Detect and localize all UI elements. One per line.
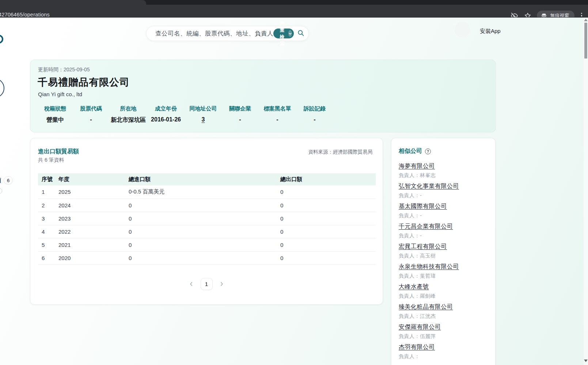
similar-company-link[interactable]: 海夢有限公司 [399, 161, 435, 171]
stat-value-link[interactable]: 3 [202, 116, 205, 123]
scrollbar-up-icon[interactable] [584, 19, 588, 21]
table-cell: 0 [277, 251, 376, 264]
next-page-icon[interactable] [218, 280, 226, 288]
search-icon[interactable] [297, 29, 304, 38]
company-owner: 負責人：- [399, 231, 488, 240]
list-item: 杰羽有限公司負責人： [399, 342, 488, 362]
list-item: 永泉生物科技有限公司負責人：葉哲瑋 [399, 262, 488, 282]
data-source: 資料來源：經濟部國際貿易局 [308, 149, 373, 155]
column-header: 序號 [38, 173, 55, 185]
scrollbar-down-icon[interactable] [584, 360, 588, 362]
stat-value: 新北市深坑區 [111, 116, 146, 124]
pagination: 1 [30, 278, 383, 290]
count-badge: 6 [4, 176, 13, 184]
stat-label: 股票代碼 [80, 105, 102, 112]
screen: 42706465/operations 無 [0, 0, 588, 365]
company-name-english: Qian Yi gift co., ltd [38, 91, 82, 97]
column-header: 年度 [55, 173, 125, 185]
list-item: 安傑羅有限公司負責人：伍麗萍 [399, 322, 488, 342]
table-cell: 0 [125, 251, 277, 264]
table-cell: 0 [277, 212, 376, 225]
help-icon[interactable]: ? [425, 148, 431, 154]
table-cell: 3 [38, 212, 55, 225]
trade-record-count: 共 6 筆資料 [38, 157, 64, 163]
industry-search-label: 產業檢索 [278, 20, 287, 47]
industry-search-button[interactable]: 產業檢索 [273, 29, 294, 38]
table-row: 4202200 [38, 225, 376, 238]
trade-title: 進出口額貿易額 [38, 148, 79, 155]
list-item: 臻美化粧品有限公司負責人：江洸杰 [399, 302, 488, 322]
similar-company-link[interactable]: 臻美化粧品有限公司 [399, 302, 453, 312]
table-cell: 0-0.5 百萬美元 [125, 185, 277, 199]
similar-company-link[interactable]: 千元昌企業有限公司 [399, 222, 453, 231]
company-owner: 負責人：伍麗萍 [399, 332, 488, 341]
similar-company-link[interactable]: 宏晁工程有限公司 [399, 242, 447, 251]
stat-value: 營業中 [46, 116, 64, 124]
list-item: 海夢有限公司負責人：林峯志 [399, 161, 488, 181]
left-nav-fragment-2 [0, 188, 2, 194]
stat-value: - [314, 116, 315, 123]
browser-toolbar: 42706465/operations 無 [0, 5, 588, 17]
company-owner: 負責人： [399, 352, 488, 361]
prev-page-icon[interactable] [187, 280, 196, 288]
chevron-down-icon [288, 30, 292, 37]
decorative-circle-partial [0, 78, 4, 98]
stat-label: 標案黑名單 [264, 105, 291, 112]
table-cell: 4 [38, 225, 55, 238]
company-summary-card: 更新時間：2025-09-05 千易禮贈品有限公司 Qian Yi gift c… [30, 60, 496, 132]
table-cell: 0 [277, 225, 376, 238]
table-row: 6202000 [38, 251, 376, 264]
search-placeholder: 查公司名、統編、股票代碼、地址、負責人 [155, 30, 273, 38]
stat-column: 標案黑名單- [258, 105, 296, 124]
table-cell: 0 [125, 225, 277, 238]
search-input[interactable]: 查公司名、統編、股票代碼、地址、負責人 產業檢索 [146, 26, 309, 41]
stat-column: 股票代碼- [73, 105, 109, 124]
table-header-row: 序號年度總進口額總出口額 [38, 173, 376, 185]
list-item: 宏晁工程有限公司負責人：高玉樹 [399, 242, 488, 262]
page-number-button[interactable]: 1 [201, 278, 213, 290]
similar-company-link[interactable]: 杰羽有限公司 [399, 342, 435, 352]
stat-label: 所在地 [120, 105, 137, 112]
table-cell: 2021 [55, 238, 125, 251]
left-nav-fragment: 額 6 [0, 176, 13, 184]
similar-company-link[interactable]: 安傑羅有限公司 [399, 322, 441, 332]
list-item: 千元昌企業有限公司負責人：- [399, 222, 488, 242]
similar-company-link[interactable]: 弘智文化事業有限公司 [399, 181, 459, 191]
table-cell: 1 [38, 185, 55, 199]
similar-company-link[interactable]: 大峰水產號 [399, 282, 429, 291]
updated-time: 更新時間：2025-09-05 [38, 67, 90, 73]
stat-label: 關聯企業 [229, 105, 251, 112]
stat-label: 訴訟記錄 [304, 105, 326, 112]
company-owner: 負責人：- [399, 191, 488, 200]
company-owner: 負責人：高玉樹 [399, 251, 488, 260]
table-cell: 5 [38, 238, 55, 251]
site-logo-partial [0, 35, 3, 44]
table-cell: 2025 [55, 185, 125, 199]
stat-column: 訴訟記錄- [296, 105, 333, 124]
browser-active-tab[interactable] [0, 0, 146, 5]
company-owner: 負責人：羅劍峰 [399, 291, 488, 301]
table-row: 5202100 [38, 238, 376, 251]
table-cell: 2022 [55, 225, 125, 238]
table-row: 2202400 [38, 199, 376, 212]
similar-companies-card: 相似公司 ? 海夢有限公司負責人：林峯志弘智文化事業有限公司負責人：-基太國際有… [391, 138, 496, 365]
company-stats-row: 稅籍狀態營業中股票代碼-所在地新北市深坑區成立年份2016-01-26同地址公司… [38, 105, 333, 124]
scrollbar[interactable] [584, 18, 588, 365]
stat-value: - [276, 116, 278, 123]
address-bar[interactable]: 42706465/operations [0, 12, 50, 18]
table-cell: 0 [277, 199, 376, 212]
similar-company-link[interactable]: 永泉生物科技有限公司 [399, 262, 459, 271]
header-hover-highlight [455, 22, 470, 37]
column-header: 總出口額 [277, 173, 376, 185]
page-content: 額 6 查公司名、統編、股票代碼、地址、負責人 產業檢索 安裝App 更新時間：… [0, 18, 588, 365]
trade-card: 進出口額貿易額 共 6 筆資料 資料來源：經濟部國際貿易局 序號年度總進口額總出… [30, 138, 383, 305]
scrollbar-thumb[interactable] [584, 23, 587, 59]
install-app-link[interactable]: 安裝App [480, 28, 501, 35]
table-cell: 0 [125, 212, 277, 225]
similar-companies-list: 海夢有限公司負責人：林峯志弘智文化事業有限公司負責人：-基太國際有限公司負責人：… [399, 161, 488, 362]
company-name: 千易禮贈品有限公司 [38, 76, 130, 89]
similar-company-link[interactable]: 基太國際有限公司 [399, 202, 447, 211]
stat-value: 2016-01-26 [151, 116, 181, 123]
stat-value: - [239, 116, 241, 123]
table-cell: 0 [277, 185, 376, 199]
